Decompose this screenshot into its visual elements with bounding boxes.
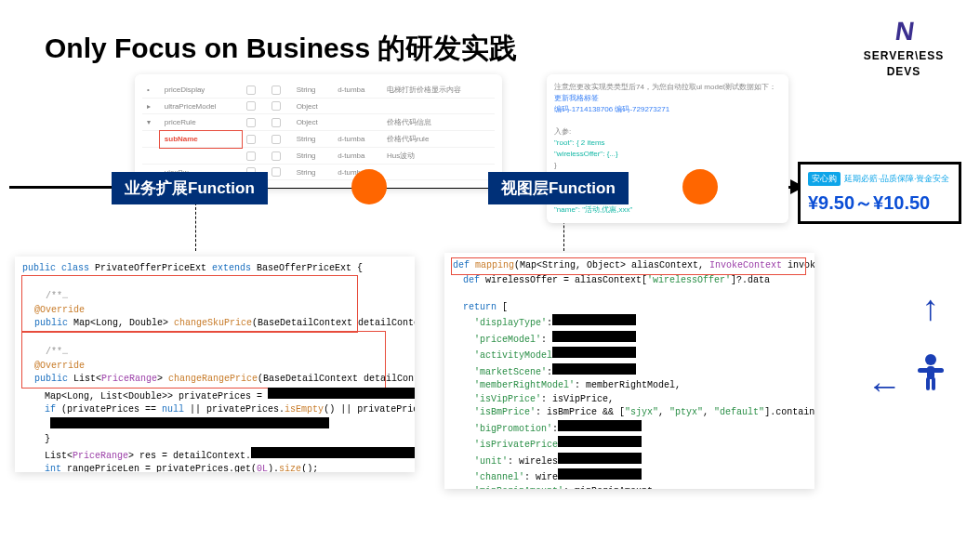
redacted-code <box>558 420 642 431</box>
redacted-code <box>251 447 415 458</box>
edit-icon[interactable] <box>271 151 281 161</box>
logo-text-2: DEVS <box>848 66 960 78</box>
req-line: "name": "活动,优惠,xxx" <box>554 204 781 216</box>
price-output-box: 安心购 延期必赔·品质保障·资金安全 ¥9.50～¥10.50 <box>798 162 961 224</box>
svg-point-0 <box>925 354 936 365</box>
edit-icon[interactable] <box>271 135 281 144</box>
table-row: Stringd-tumbaHus波动 <box>142 148 495 165</box>
copy-icon[interactable] <box>246 118 256 127</box>
node-biz-extension: 业务扩展Function <box>112 172 268 204</box>
price-main: ¥9.50～¥10.50 <box>808 191 951 216</box>
redacted-code <box>552 331 636 342</box>
req-link[interactable]: 更新我格标签 <box>554 93 781 104</box>
circle-domain-model <box>351 169 387 204</box>
logo-text-1: SERVER\ESS <box>848 50 960 62</box>
code-panel-groovy: def mapping(Map<String, Object> aliasCon… <box>444 253 814 489</box>
logo-mark: N <box>894 17 915 46</box>
copy-icon[interactable] <box>246 151 256 161</box>
copy-icon[interactable] <box>246 86 256 95</box>
svg-rect-2 <box>918 368 944 373</box>
redacted-code <box>558 468 642 480</box>
table-row: ▸ultraPriceModelObject <box>142 99 495 114</box>
redacted-code <box>50 417 329 428</box>
brand-logo: N SERVER\ESS DEVS <box>848 17 960 78</box>
person-icon <box>915 353 947 401</box>
edit-icon[interactable] <box>271 101 281 111</box>
req-line: 入参: <box>554 126 781 138</box>
svg-rect-4 <box>932 377 935 390</box>
redacted-code <box>552 314 636 325</box>
schema-table-card: •priceDisplayStringd-tumba电梯打折价格显示内容 ▸ul… <box>135 74 502 188</box>
node-view-layer: 视图层Function <box>488 172 629 204</box>
arrow-up-icon: ↑ <box>921 288 939 328</box>
table-row: •priceDisplayStringd-tumba电梯打折价格显示内容 <box>142 82 495 99</box>
page-title: Only Focus on Business 的研发实践 <box>45 30 517 68</box>
svg-rect-3 <box>926 377 930 390</box>
arrow-left-icon: ← <box>867 366 902 406</box>
copy-icon[interactable] <box>246 135 256 144</box>
req-line: "wirelessOffer": {...} <box>554 149 781 160</box>
copy-icon[interactable] <box>246 101 256 111</box>
req-line: "root": { 2 items <box>554 138 781 149</box>
table-row-highlighted: subNameStringd-tumba价格代码rule <box>142 131 495 148</box>
req-line: 注意您更改实现类类型后74，为您自动拉取ui model测试数据如下： <box>554 82 781 93</box>
code-panel-java: public class PrivateOfferPriceExt extend… <box>15 257 415 472</box>
table-row: ▾priceRuleObject价格代码信息 <box>142 114 495 131</box>
schema-table: •priceDisplayStringd-tumba电梯打折价格显示内容 ▸ul… <box>142 82 495 180</box>
edit-icon[interactable] <box>271 86 281 95</box>
req-ids: 编码-1714138706 编码-729273271 <box>554 104 781 115</box>
redacted-code <box>558 436 642 447</box>
redacted-code <box>558 453 642 464</box>
price-subtitle: 延期必赔·品质保障·资金安全 <box>844 174 949 183</box>
req-line: } <box>554 160 781 171</box>
redacted-code <box>552 363 636 375</box>
redacted-code <box>268 388 415 399</box>
redacted-code <box>552 347 636 358</box>
edit-icon[interactable] <box>271 167 281 177</box>
circle-view-model <box>682 169 718 204</box>
price-badge: 安心购 <box>808 172 841 186</box>
connector-biz <box>195 203 196 251</box>
edit-icon[interactable] <box>271 118 281 127</box>
